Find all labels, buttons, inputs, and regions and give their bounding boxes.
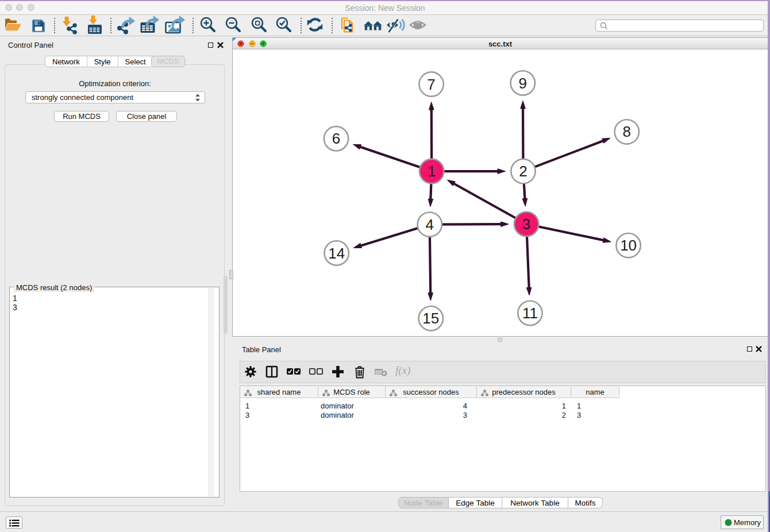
svg-text:15: 15: [422, 310, 439, 327]
svg-text:7: 7: [427, 76, 435, 93]
svg-text:4: 4: [425, 216, 433, 233]
svg-text:1: 1: [428, 163, 436, 180]
svg-text:10: 10: [620, 237, 637, 254]
svg-text:2: 2: [519, 163, 527, 180]
svg-text:6: 6: [332, 130, 340, 147]
svg-text:14: 14: [328, 245, 345, 262]
svg-text:8: 8: [623, 123, 631, 140]
svg-text:3: 3: [522, 215, 530, 233]
svg-text:9: 9: [519, 75, 527, 92]
svg-text:11: 11: [522, 304, 538, 322]
